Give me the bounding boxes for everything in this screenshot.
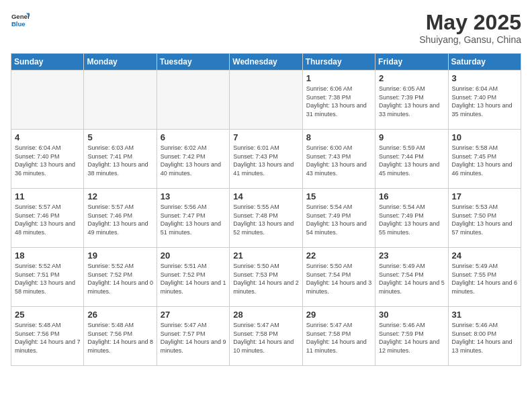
day-info: Sunrise: 6:06 AMSunset: 7:38 PMDaylight:… [306,85,372,118]
day-number: 19 [87,250,153,261]
header-wednesday: Wednesday [230,54,302,71]
table-row: 1Sunrise: 6:06 AMSunset: 7:38 PMDaylight… [302,71,375,130]
table-row: 30Sunrise: 5:46 AMSunset: 7:59 PMDayligh… [375,307,448,366]
table-row [11,71,84,130]
day-info: Sunrise: 5:54 AMSunset: 7:49 PMDaylight:… [379,203,445,236]
table-row: 31Sunrise: 5:46 AMSunset: 8:00 PMDayligh… [448,307,521,366]
header-saturday: Saturday [448,54,521,71]
day-info: Sunrise: 5:49 AMSunset: 7:54 PMDaylight:… [379,262,445,295]
table-row: 22Sunrise: 5:50 AMSunset: 7:54 PMDayligh… [302,248,375,307]
day-info: Sunrise: 5:52 AMSunset: 7:51 PMDaylight:… [15,262,81,295]
logo: General Blue [11,11,30,30]
table-row: 21Sunrise: 5:50 AMSunset: 7:53 PMDayligh… [230,248,302,307]
calendar-table: Sunday Monday Tuesday Wednesday Thursday… [11,53,521,366]
week-row-1: 1Sunrise: 6:06 AMSunset: 7:38 PMDaylight… [11,71,521,130]
table-row: 13Sunrise: 5:56 AMSunset: 7:47 PMDayligh… [157,189,229,248]
day-number: 29 [306,310,372,320]
day-number: 30 [379,310,445,320]
day-info: Sunrise: 5:55 AMSunset: 7:48 PMDaylight:… [233,203,299,236]
calendar-title: May 2025 [419,11,521,34]
table-row [230,71,302,130]
day-number: 26 [87,310,153,320]
day-number: 1 [306,73,372,83]
day-info: Sunrise: 6:00 AMSunset: 7:43 PMDaylight:… [306,144,372,177]
table-row: 4Sunrise: 6:04 AMSunset: 7:40 PMDaylight… [11,130,84,189]
day-info: Sunrise: 5:53 AMSunset: 7:50 PMDaylight:… [452,203,518,236]
week-row-4: 18Sunrise: 5:52 AMSunset: 7:51 PMDayligh… [11,248,521,307]
day-number: 6 [161,132,226,142]
day-info: Sunrise: 5:54 AMSunset: 7:49 PMDaylight:… [306,203,372,236]
day-info: Sunrise: 5:47 AMSunset: 7:58 PMDaylight:… [306,321,372,355]
day-number: 12 [87,191,153,201]
header-sunday: Sunday [11,54,84,71]
table-row: 25Sunrise: 5:48 AMSunset: 7:56 PMDayligh… [11,307,84,366]
table-row: 20Sunrise: 5:51 AMSunset: 7:52 PMDayligh… [157,248,229,307]
day-info: Sunrise: 5:57 AMSunset: 7:46 PMDaylight:… [87,203,153,236]
day-number: 13 [161,191,226,201]
day-number: 28 [233,310,299,320]
day-number: 10 [452,132,518,142]
header-friday: Friday [375,54,448,71]
table-row: 3Sunrise: 6:04 AMSunset: 7:40 PMDaylight… [448,71,521,130]
day-info: Sunrise: 5:50 AMSunset: 7:54 PMDaylight:… [306,262,372,295]
header-tuesday: Tuesday [157,54,229,71]
table-row: 5Sunrise: 6:03 AMSunset: 7:41 PMDaylight… [84,130,157,189]
day-number: 11 [15,191,81,201]
day-info: Sunrise: 5:59 AMSunset: 7:44 PMDaylight:… [379,144,445,177]
day-info: Sunrise: 5:47 AMSunset: 7:57 PMDaylight:… [161,321,226,355]
table-row: 18Sunrise: 5:52 AMSunset: 7:51 PMDayligh… [11,248,84,307]
day-number: 23 [379,250,445,261]
day-info: Sunrise: 6:04 AMSunset: 7:40 PMDaylight:… [452,85,518,118]
table-row: 15Sunrise: 5:54 AMSunset: 7:49 PMDayligh… [302,189,375,248]
day-number: 7 [233,132,299,142]
day-number: 8 [306,132,372,142]
day-info: Sunrise: 5:48 AMSunset: 7:56 PMDaylight:… [87,321,153,355]
calendar-subtitle: Shuiyang, Gansu, China [419,34,521,45]
day-info: Sunrise: 5:56 AMSunset: 7:47 PMDaylight:… [161,203,226,236]
table-row: 16Sunrise: 5:54 AMSunset: 7:49 PMDayligh… [375,189,448,248]
table-row: 11Sunrise: 5:57 AMSunset: 7:46 PMDayligh… [11,189,84,248]
svg-text:Blue: Blue [11,20,26,28]
week-row-5: 25Sunrise: 5:48 AMSunset: 7:56 PMDayligh… [11,307,521,366]
day-number: 25 [15,310,81,320]
svg-text:General: General [11,13,30,20]
table-row: 10Sunrise: 5:58 AMSunset: 7:45 PMDayligh… [448,130,521,189]
table-row: 12Sunrise: 5:57 AMSunset: 7:46 PMDayligh… [84,189,157,248]
table-row: 6Sunrise: 6:02 AMSunset: 7:42 PMDaylight… [157,130,229,189]
day-number: 17 [452,191,518,201]
table-row: 17Sunrise: 5:53 AMSunset: 7:50 PMDayligh… [448,189,521,248]
day-number: 2 [379,73,445,83]
day-number: 5 [87,132,153,142]
day-info: Sunrise: 5:57 AMSunset: 7:46 PMDaylight:… [15,203,81,236]
day-info: Sunrise: 5:46 AMSunset: 7:59 PMDaylight:… [379,321,445,355]
day-number: 24 [452,250,518,261]
day-number: 16 [379,191,445,201]
table-row: 27Sunrise: 5:47 AMSunset: 7:57 PMDayligh… [157,307,229,366]
table-row: 9Sunrise: 5:59 AMSunset: 7:44 PMDaylight… [375,130,448,189]
day-info: Sunrise: 5:48 AMSunset: 7:56 PMDaylight:… [15,321,81,355]
day-header-row: Sunday Monday Tuesday Wednesday Thursday… [11,54,521,71]
day-number: 15 [306,191,372,201]
day-info: Sunrise: 5:46 AMSunset: 8:00 PMDaylight:… [452,321,518,355]
day-info: Sunrise: 6:02 AMSunset: 7:42 PMDaylight:… [161,144,226,177]
day-number: 4 [15,132,81,142]
header-monday: Monday [84,54,157,71]
table-row: 23Sunrise: 5:49 AMSunset: 7:54 PMDayligh… [375,248,448,307]
day-info: Sunrise: 6:03 AMSunset: 7:41 PMDaylight:… [87,144,153,177]
day-info: Sunrise: 5:49 AMSunset: 7:55 PMDaylight:… [452,262,518,295]
day-number: 14 [233,191,299,201]
table-row: 28Sunrise: 5:47 AMSunset: 7:58 PMDayligh… [230,307,302,366]
logo-icon: General Blue [11,11,30,30]
table-row: 8Sunrise: 6:00 AMSunset: 7:43 PMDaylight… [302,130,375,189]
table-row [84,71,157,130]
week-row-3: 11Sunrise: 5:57 AMSunset: 7:46 PMDayligh… [11,189,521,248]
table-row: 7Sunrise: 6:01 AMSunset: 7:43 PMDaylight… [230,130,302,189]
page-header: General Blue May 2025 Shuiyang, Gansu, C… [11,11,521,45]
day-info: Sunrise: 5:51 AMSunset: 7:52 PMDaylight:… [161,262,226,295]
table-row: 24Sunrise: 5:49 AMSunset: 7:55 PMDayligh… [448,248,521,307]
title-block: May 2025 Shuiyang, Gansu, China [419,11,521,45]
day-number: 20 [161,250,226,261]
day-number: 27 [161,310,226,320]
day-number: 3 [452,73,518,83]
day-number: 9 [379,132,445,142]
